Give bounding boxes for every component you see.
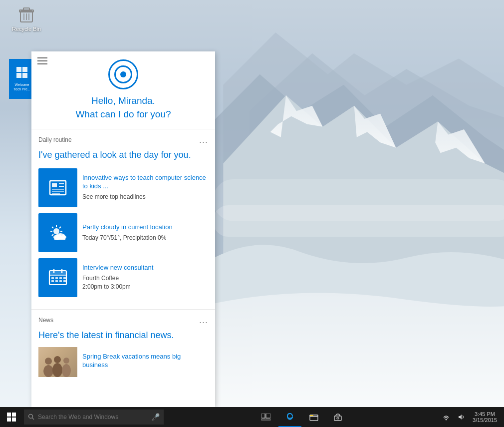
recycle-bin-image — [16, 5, 36, 25]
cortana-panel: Hello, Miranda. What can I do for you? D… — [31, 51, 215, 407]
store-button[interactable] — [326, 407, 349, 427]
svg-rect-39 — [54, 237, 65, 240]
calendar-icon — [46, 266, 69, 289]
calendar-card-subtitle-2: 2:00pm to 3:00pm — [82, 283, 208, 291]
greeting-line1: Hello, Miranda. — [75, 94, 171, 108]
cortana-greeting: Hello, Miranda. What can I do for you? — [75, 94, 171, 121]
svg-rect-72 — [337, 418, 339, 419]
svg-point-63 — [29, 415, 33, 419]
daily-routine-section: Daily routine ... I've gathered a look a… — [31, 129, 215, 309]
file-explorer-button[interactable] — [302, 407, 325, 427]
edge-button[interactable] — [278, 407, 301, 427]
hamburger-button[interactable] — [37, 57, 47, 64]
weather-card-title: Partly cloudy in current location — [82, 223, 208, 232]
svg-rect-66 — [266, 414, 270, 418]
svg-point-57 — [63, 358, 69, 364]
news-section-headline: Here's the latest in financial news. — [38, 330, 208, 341]
news-card-item[interactable]: Innovative ways to teach computer scienc… — [38, 168, 208, 207]
svg-rect-60 — [12, 413, 16, 417]
hamburger-line-3 — [37, 63, 47, 64]
start-button[interactable] — [0, 407, 23, 427]
svg-rect-52 — [63, 280, 66, 282]
svg-rect-12 — [23, 8, 29, 10]
news-icon — [47, 177, 69, 199]
taskbar-apps — [164, 407, 440, 427]
cortana-inner-circle — [114, 65, 132, 83]
taskbar: 🎤 — [0, 407, 504, 427]
svg-rect-59 — [7, 413, 11, 417]
search-icon — [28, 414, 35, 421]
news-card-subtitle: See more top headlines — [82, 193, 208, 201]
daily-routine-headline: I've gathered a look at the day for you. — [38, 149, 208, 161]
svg-line-64 — [32, 418, 34, 420]
weather-card-item[interactable]: Partly cloudy in current location Today … — [38, 213, 208, 252]
clock-date: 3/15/2015 — [473, 417, 497, 423]
svg-rect-71 — [334, 416, 341, 421]
svg-rect-65 — [261, 414, 265, 418]
news-card-title: Innovative ways to teach computer scienc… — [82, 174, 208, 191]
system-clock[interactable]: 3:45 PM 3/15/2015 — [470, 411, 500, 423]
news-section-title: News — [38, 317, 53, 324]
svg-rect-50 — [55, 280, 58, 282]
svg-line-34 — [59, 227, 61, 228]
daily-routine-header: Daily routine ... — [38, 135, 208, 144]
weather-icon — [46, 221, 69, 244]
task-view-button[interactable] — [254, 407, 277, 427]
daily-routine-title: Daily routine — [38, 136, 72, 143]
news-section-header: News ... — [38, 316, 208, 325]
news-card-icon-box — [38, 168, 77, 207]
cortana-logo-circle — [108, 59, 138, 89]
news-item-text: Spring Break vacations means big busines… — [82, 347, 208, 377]
news-item-title: Spring Break vacations means big busines… — [82, 353, 208, 370]
svg-rect-62 — [12, 418, 16, 422]
weather-card-text: Partly cloudy in current location Today … — [82, 213, 208, 252]
svg-rect-51 — [59, 280, 62, 282]
weather-card-subtitle: Today 70°/51°, Precipitation 0% — [82, 234, 208, 242]
svg-point-27 — [53, 228, 59, 234]
calendar-card-text: Interview new consultant Fourth Coffee 2… — [82, 258, 208, 297]
recycle-bin-icon[interactable]: Recycle Bin — [9, 5, 44, 32]
search-input[interactable] — [38, 414, 151, 421]
news-section: News ... Here's the latest in financial … — [31, 310, 215, 383]
windows-logo-icon — [16, 66, 28, 81]
svg-rect-48 — [63, 277, 66, 279]
svg-rect-18 — [16, 73, 21, 78]
svg-point-54 — [43, 365, 53, 377]
greeting-line2: What can I do for you? — [75, 108, 171, 121]
svg-rect-47 — [59, 277, 62, 279]
volume-icon[interactable] — [455, 407, 468, 427]
news-more-button[interactable]: ... — [199, 316, 208, 325]
hamburger-line-2 — [37, 60, 47, 61]
daily-routine-more-button[interactable]: ... — [199, 135, 208, 144]
svg-rect-19 — [22, 73, 27, 78]
svg-line-35 — [52, 234, 53, 236]
svg-rect-21 — [52, 183, 57, 187]
svg-rect-41 — [49, 271, 66, 275]
microphone-icon[interactable]: 🎤 — [151, 413, 160, 421]
system-tray: 3:45 PM 3/15/2015 — [440, 407, 504, 427]
svg-rect-46 — [55, 277, 58, 279]
news-item[interactable]: Spring Break vacations means big busines… — [38, 347, 208, 377]
welcome-label: WelcomeTech Pre... — [12, 82, 31, 91]
calendar-card-icon-box — [38, 258, 77, 297]
hamburger-line-1 — [37, 57, 47, 58]
svg-point-55 — [54, 356, 61, 363]
search-bar[interactable]: 🎤 — [24, 410, 164, 425]
cortana-header: Hello, Miranda. What can I do for you? — [31, 51, 215, 129]
clock-time: 3:45 PM — [475, 411, 495, 417]
news-item-image — [38, 347, 77, 377]
cortana-content[interactable]: Daily routine ... I've gathered a look a… — [31, 129, 215, 407]
calendar-card-item[interactable]: Interview new consultant Fourth Coffee 2… — [38, 258, 208, 297]
recycle-bin-label: Recycle Bin — [12, 26, 41, 32]
svg-point-53 — [45, 358, 52, 365]
svg-rect-17 — [22, 67, 27, 72]
svg-rect-9 — [213, 205, 504, 237]
weather-card-icon-box — [38, 213, 77, 252]
svg-line-32 — [52, 227, 53, 228]
svg-point-56 — [52, 363, 62, 377]
svg-rect-67 — [261, 419, 270, 421]
svg-point-58 — [62, 364, 71, 377]
calendar-card-title: Interview new consultant — [82, 264, 208, 272]
calendar-card-subtitle-1: Fourth Coffee — [82, 274, 208, 283]
network-icon[interactable] — [440, 407, 453, 427]
